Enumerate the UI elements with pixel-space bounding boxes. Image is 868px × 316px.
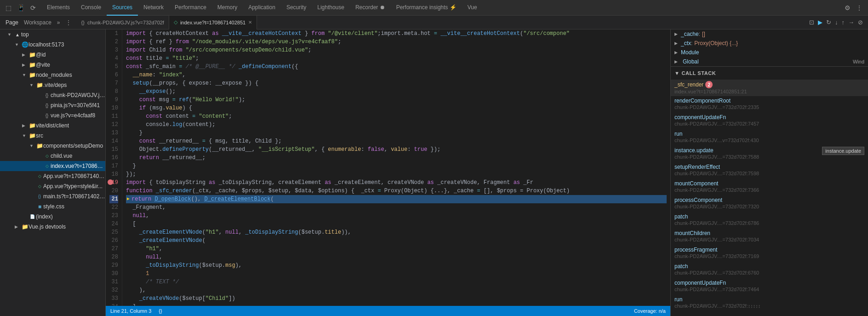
menu-btn[interactable]: ⋮ xyxy=(64,18,73,27)
tree-item-vite-dist[interactable]: 📁 vite/dist/client xyxy=(0,121,105,131)
tab-memory[interactable]: Memory xyxy=(212,0,243,16)
call-stack-item-13[interactable]: run chunk-PD2AWGJV....=732d702f:↕↕↕↕↕ xyxy=(671,295,868,311)
code-line-1: import { createHotContext as __vite__cre… xyxy=(126,29,667,38)
tree-item-child-vue[interactable]: ◇ child.vue xyxy=(0,151,105,161)
close-tab-btn[interactable]: ✕ xyxy=(248,20,252,25)
scope-section-module[interactable]: ▶ Module xyxy=(671,48,868,57)
code-line-31: /* TEXT */ xyxy=(126,278,667,286)
tree-item-index-vue[interactable]: ◇ index.vue?t=1708671402... xyxy=(0,161,105,171)
tree-item-app-vue-style[interactable]: ◇ App.vue?type=style&ir... xyxy=(0,181,105,191)
tree-item-top[interactable]: ▲ top xyxy=(0,29,105,40)
tree-item-pinia[interactable]: {} pinia.js?v=307e5f41 xyxy=(0,100,105,110)
tab-sources[interactable]: Sources xyxy=(107,0,138,16)
call-stack-item-4[interactable]: instance.update chunk-PD2AWGJV....=732d7… xyxy=(671,146,868,162)
scope-section-global[interactable]: ▶ Global Wind xyxy=(671,57,868,66)
code-line-23: null, xyxy=(126,212,667,220)
chevron-down-icon xyxy=(22,133,29,138)
page-tab[interactable]: Page xyxy=(4,18,20,27)
chevron-right-icon xyxy=(22,52,29,57)
chevron-right-icon: ▶ xyxy=(674,41,681,46)
inspect-icon[interactable]: ⬚ xyxy=(4,2,13,13)
tree-item-index[interactable]: 📄 (index) xyxy=(0,212,105,222)
code-line-28: null, xyxy=(126,253,667,261)
step-into-icon[interactable]: ↓ xyxy=(834,17,839,27)
coverage-status: Coverage: n/a xyxy=(634,308,666,314)
tree-item-main-ts[interactable]: {} main.ts?t=1708671402851 xyxy=(0,191,105,201)
call-stack-item-12[interactable]: componentUpdateFn chunk-PD2AWGJV....=732… xyxy=(671,278,868,295)
refresh-icon[interactable]: ⟳ xyxy=(29,2,38,13)
chevron-down-icon xyxy=(22,73,29,77)
file-tab-chunk[interactable]: {} chunk-PD2AWGJV.js?v=732d702f xyxy=(77,16,169,29)
vue-file-icon: ◇ xyxy=(36,174,43,178)
call-stack-item-3[interactable]: run chunk-PD2AWGJV....v=732d702f:430 xyxy=(671,129,868,146)
tab-performance[interactable]: Performance xyxy=(169,0,212,16)
tab-application[interactable]: Application xyxy=(243,0,281,16)
chevron-right-icon: ▶ xyxy=(674,32,681,36)
cs-file-5: chunk-PD2AWGJV....=732d702f:7598 xyxy=(674,171,864,176)
tree-item-style-css[interactable]: ◼ style.css xyxy=(0,201,105,212)
file-tab-icon-2: ◇ xyxy=(174,19,177,25)
call-stack-item-10[interactable]: processFragment chunk-PD2AWGJV....=732d7… xyxy=(671,245,868,262)
deactivate-bp-icon[interactable]: ⊘ xyxy=(857,17,864,27)
code-line-21: ▶ return D_openBlock(), D_createElementB… xyxy=(126,195,667,203)
file-tab-index-vue[interactable]: ◇ index.vue?t=1708671402851 ✕ xyxy=(169,16,257,29)
tab-vue[interactable]: Vue xyxy=(462,0,483,16)
step-out-icon[interactable]: ↑ xyxy=(840,17,846,27)
code-content-area[interactable]: 12345 678910 1112131415 161718 19 20 21 … xyxy=(106,29,670,306)
tab-security[interactable]: Security xyxy=(281,0,312,16)
call-stack-item-2[interactable]: componentUpdateFn chunk-PD2AWGJV....=732… xyxy=(671,113,868,129)
settings-icon[interactable]: ⚙ xyxy=(843,2,852,13)
tab-recorder[interactable]: Recorder ⏺ xyxy=(350,0,391,16)
tab-network[interactable]: Network xyxy=(138,0,169,16)
tree-item-id[interactable]: 📁 @id xyxy=(0,50,105,60)
scope-item-ctx[interactable]: ▶ _ctx : Proxy(Object) {...} xyxy=(671,39,868,48)
call-stack-item-8[interactable]: patch chunk-PD2AWGJV....=732d702f:6786 xyxy=(671,212,868,229)
step-icon[interactable]: → xyxy=(847,17,856,27)
tab-lighthouse[interactable]: Lighthouse xyxy=(312,0,350,16)
tree-item-chunk-js[interactable]: {} chunk-PD2AWGJV.js?v=7... xyxy=(0,90,105,100)
tree-item-vite[interactable]: 📁 @vite xyxy=(0,60,105,70)
tree-item-vite-deps[interactable]: 📁 .vite/deps xyxy=(0,80,105,90)
file-icon: 📄 xyxy=(29,214,36,219)
file-tabs-area: {} chunk-PD2AWGJV.js?v=732d702f ◇ index.… xyxy=(77,16,808,29)
right-panel: ▶ _cache : [] ▶ _ctx : Proxy(Object) {..… xyxy=(670,29,868,316)
scope-value-ctx: Proxy(Object) {...} xyxy=(694,40,738,46)
code-line-26: _createElementVNode( xyxy=(126,236,667,245)
call-stack-item-9[interactable]: mountChildren chunk-PD2AWGJV....=732d702… xyxy=(671,229,868,245)
tree-item-node-modules[interactable]: 📁 node_modules xyxy=(0,70,105,80)
cursor-position: Line 21, Column 3 xyxy=(110,308,151,314)
tree-item-vue-devtools[interactable]: 📁 Vue.js devtools xyxy=(0,222,105,232)
call-stack-item-5[interactable]: setupRenderEffect chunk-PD2AWGJV....=732… xyxy=(671,162,868,179)
folder-icon: 📁 xyxy=(29,122,36,129)
tree-item-localhost[interactable]: 🌐 localhost:5173 xyxy=(0,40,105,50)
scope-item-cache[interactable]: ▶ _cache : [] xyxy=(671,29,868,39)
more-tabs-btn[interactable]: » xyxy=(55,18,62,27)
device-icon[interactable]: 📱 xyxy=(15,2,27,13)
step-over-icon[interactable]: ↻ xyxy=(825,17,833,27)
workspace-tab[interactable]: Workspace xyxy=(22,18,53,27)
tree-item-src[interactable]: 📁 src xyxy=(0,131,105,141)
call-stack-item-7[interactable]: processComponent chunk-PD2AWGJV....=732d… xyxy=(671,195,868,212)
tree-item-components-setup[interactable]: 📁 components/setupDemo xyxy=(0,141,105,151)
call-stack-item-11[interactable]: patch chunk-PD2AWGJV....=732d702f:6760 xyxy=(671,262,868,278)
tab-elements[interactable]: Elements xyxy=(41,0,75,16)
resume-icon[interactable]: ▶ xyxy=(817,17,824,27)
code-line-15: Object.defineProperty(__returned__, "__i… xyxy=(126,145,667,154)
chevron-right-icon xyxy=(15,224,21,229)
cs-frame-name-11: patch xyxy=(674,263,864,270)
tab-performance-insights[interactable]: Performance insights ⚡ xyxy=(391,0,462,16)
code-line-33: _createVNode($setup["Child"]) xyxy=(126,294,667,303)
tab-console[interactable]: Console xyxy=(75,0,107,16)
nav-icon-group: ⬚ 📱 ⟳ xyxy=(0,2,41,13)
call-stack-item-1[interactable]: renderComponentRoot chunk-PD2AWGJV....=7… xyxy=(671,96,868,113)
code-editor[interactable]: 12345 678910 1112131415 161718 19 20 21 … xyxy=(106,29,670,316)
tree-item-vue-js[interactable]: {} vue.js?v=e4cfaaf8 xyxy=(0,110,105,121)
call-stack-header[interactable]: Call Stack xyxy=(671,67,868,80)
call-stack-item-0[interactable]: _sfc_render 2 index.vue?t=1708671402851:… xyxy=(671,80,868,96)
tree-item-app-vue[interactable]: ◇ App.vue?t=1708671402851 xyxy=(0,171,105,181)
code-line-4: const title = "title"; xyxy=(126,54,667,63)
more-icon[interactable]: ⋮ xyxy=(854,2,864,13)
format-icon[interactable]: ⊡ xyxy=(808,17,816,27)
call-stack-item-6[interactable]: mountComponent chunk-PD2AWGJV....=732d70… xyxy=(671,179,868,195)
code-line-7: setup(__props, { expose: __expose }) { xyxy=(126,79,667,87)
